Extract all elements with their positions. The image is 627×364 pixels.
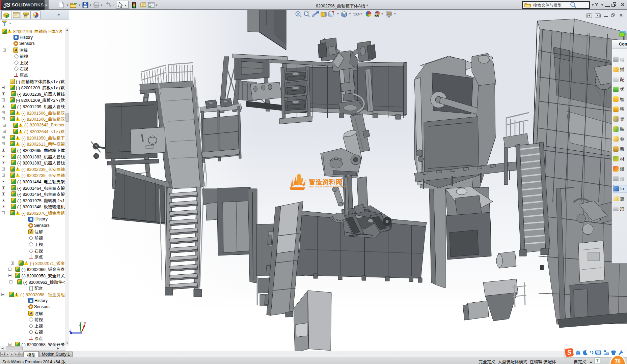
svg-text:INTELLIGENT MANUFACTURING DATA: INTELLIGENT MANUFACTURING DATA [309, 186, 347, 188]
svg-text:Z: Z [69, 329, 71, 332]
svg-text:X: X [84, 322, 86, 325]
svg-text:25: 25 [606, 353, 609, 355]
svg-text:Y: Y [80, 321, 82, 324]
svg-text:智造资料网: 智造资料网 [309, 179, 343, 186]
